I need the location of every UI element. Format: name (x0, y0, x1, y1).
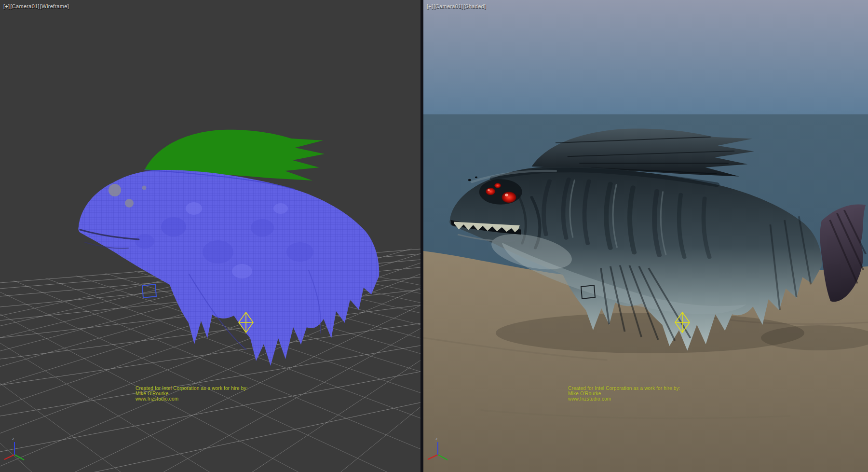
watermark-line: www.frizstudio.com (568, 396, 680, 402)
viewport-camera-button[interactable]: [Camera01] (434, 3, 462, 9)
viewport-label: [+][Camera01][Wireframe] (3, 3, 69, 9)
watermark-line: www.frizstudio.com (136, 396, 248, 402)
watermark: Created for Intel Corporation as a work … (568, 386, 680, 402)
wireframe-texture (78, 170, 379, 366)
box-helper[interactable] (142, 284, 156, 298)
viewport-menu-button[interactable]: [+] (427, 3, 433, 9)
viewport-shading-button[interactable]: [Shaded] (463, 3, 486, 9)
viewport-canvas: z [+][Camera01][Wireframe] Created for I… (0, 0, 868, 472)
viewport-shaded[interactable]: z [+][Camera01][Shaded] Created for Inte… (423, 0, 868, 472)
watermark-line: Mike O'Rourke (568, 391, 680, 396)
watermark-line: Created for Intel Corporation as a work … (568, 386, 680, 391)
viewport-wireframe[interactable]: z [+][Camera01][Wireframe] Created for I… (0, 0, 420, 472)
fish-model-wireframe[interactable] (78, 130, 379, 366)
viewport-camera-button[interactable]: [Camera01] (10, 3, 39, 9)
viewport-label: [+][Camera01][Shaded] (427, 3, 486, 9)
axis-z-label: z (435, 436, 438, 441)
axis-z-label: z (12, 436, 14, 441)
axis-gizmo: z (4, 436, 24, 460)
eye-socket (479, 179, 522, 205)
sky (423, 0, 868, 115)
watermark-line: Mike O'Rourke (136, 391, 248, 396)
viewport-shading-button[interactable]: [Wireframe] (40, 3, 69, 9)
watermark: Created for Intel Corporation as a work … (136, 386, 248, 402)
viewport-menu-button[interactable]: [+] (3, 3, 10, 9)
watermark-line: Created for Intel Corporation as a work … (136, 386, 248, 391)
